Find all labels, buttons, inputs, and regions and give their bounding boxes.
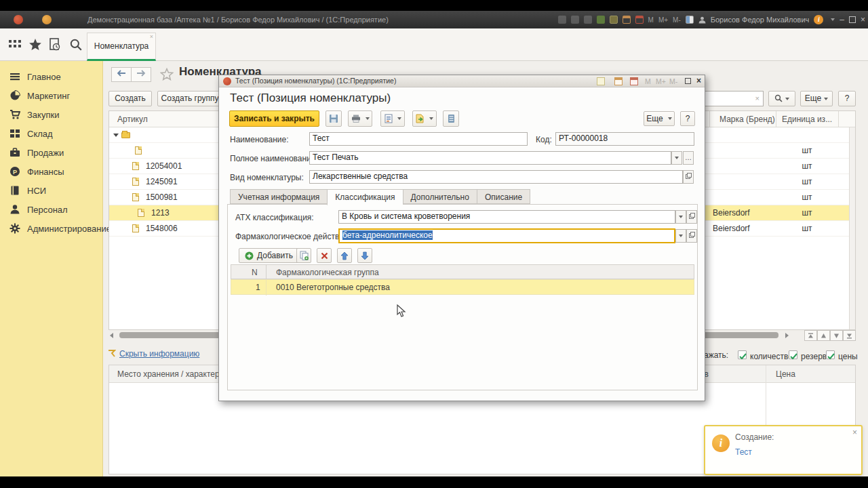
column-unit[interactable]: Единица из...: [782, 115, 832, 124]
save-icon[interactable]: [558, 16, 566, 24]
reports-button[interactable]: [380, 110, 405, 127]
registers-button[interactable]: [443, 110, 459, 127]
main-menu-circle-icon[interactable]: [42, 15, 52, 24]
pharm-table-row-selected[interactable]: 1 0010 Вегетотропные средства: [231, 279, 694, 295]
pin-icon[interactable]: [597, 77, 605, 85]
name-field[interactable]: Тест: [309, 132, 528, 146]
create-button[interactable]: Создать: [108, 91, 152, 106]
atx-open-button[interactable]: [686, 210, 697, 224]
dialog-help-button[interactable]: ?: [680, 111, 695, 126]
atx-field[interactable]: В Кровь и система кроветворения: [338, 210, 675, 224]
notification-close-icon[interactable]: ×: [852, 428, 857, 437]
tab-classification[interactable]: Классификация: [327, 189, 402, 205]
memory-m-button[interactable]: M: [645, 77, 651, 85]
column-brand[interactable]: Марка (Бренд): [719, 115, 775, 124]
sidebar-item-administration[interactable]: Администрирование: [9, 220, 111, 237]
atx-dropdown-button[interactable]: [675, 210, 686, 224]
checkbox-icon[interactable]: [738, 350, 747, 359]
add-button[interactable]: Добавить: [239, 248, 299, 263]
memory-m-button[interactable]: M: [648, 16, 654, 24]
tab-nomenclature[interactable]: Номенклатура ×: [87, 33, 156, 61]
create-group-button[interactable]: Создать группу: [157, 91, 222, 106]
sidebar-item-purchases[interactable]: Закупки: [9, 106, 59, 123]
move-down-button[interactable]: [357, 248, 372, 263]
memory-mplus-button[interactable]: M+: [656, 77, 666, 85]
pharm-open-button[interactable]: [686, 229, 697, 243]
back-button[interactable]: [111, 67, 132, 82]
apps-grid-menu-icon[interactable]: [8, 38, 22, 52]
full-name-dropdown-button[interactable]: [671, 151, 682, 165]
hide-info-link[interactable]: Скрыть информацию: [119, 349, 199, 359]
checkbox-quantity[interactable]: количество: [738, 350, 793, 362]
favorite-star-icon[interactable]: [160, 68, 174, 81]
sidebar-item-nsi[interactable]: НСИ: [9, 182, 46, 199]
dialog-more-button[interactable]: Еще: [644, 111, 675, 126]
pharm-action-field[interactable]: бета-адренолитическое: [338, 228, 675, 243]
calculator-icon[interactable]: [635, 16, 644, 24]
sidebar-item-marketing[interactable]: Маркетинг: [9, 87, 70, 104]
favorites-star-icon[interactable]: [28, 38, 42, 52]
calculator-icon[interactable]: [630, 77, 638, 85]
expander-icon[interactable]: [113, 134, 119, 137]
list-help-button[interactable]: ?: [838, 91, 856, 106]
full-name-ellipsis-button[interactable]: …: [683, 151, 694, 165]
calendar-icon[interactable]: [614, 77, 623, 85]
info-icon[interactable]: i: [814, 15, 823, 24]
search-icon[interactable]: [69, 38, 83, 52]
kind-field[interactable]: Лекарственные средства: [309, 170, 683, 184]
scroll-right-icon[interactable]: [785, 333, 789, 338]
copy-row-button[interactable]: [296, 248, 311, 263]
vertical-scrollbar[interactable]: [849, 127, 855, 329]
notification-toast[interactable]: i Создание: Тест ×: [704, 425, 863, 475]
dialog-titlebar[interactable]: Тест (Позиция номенклатуры) (1С:Предприя…: [219, 75, 705, 87]
go-down-button[interactable]: [830, 330, 843, 341]
list-more-button[interactable]: Еще: [800, 91, 833, 106]
sidebar-item-finance[interactable]: P Финансы: [9, 163, 64, 180]
checkbox-prices[interactable]: цены: [826, 350, 858, 362]
forward-button[interactable]: [131, 67, 151, 82]
sidebar-item-sales[interactable]: Продажи: [9, 144, 64, 161]
clear-search-icon[interactable]: ×: [755, 94, 760, 102]
move-up-button[interactable]: [337, 248, 352, 263]
sidebar-item-personnel[interactable]: Персонал: [9, 201, 68, 218]
titlebar-user-name[interactable]: Борисов Федор Михайлович: [711, 16, 810, 24]
add-favorite-icon[interactable]: [597, 16, 605, 24]
paste-icon[interactable]: [584, 16, 592, 24]
dialog-close-button[interactable]: ×: [696, 76, 701, 85]
search-options-button[interactable]: [768, 91, 795, 106]
memory-mplus-button[interactable]: M+: [658, 16, 668, 24]
go-last-button[interactable]: [843, 330, 856, 341]
code-field[interactable]: РТ-00000018: [555, 132, 694, 146]
save-and-close-button[interactable]: Записать и закрыть: [229, 110, 319, 127]
close-button[interactable]: ×: [861, 16, 865, 24]
memory-mminus-button[interactable]: M-: [673, 16, 681, 24]
checkbox-icon[interactable]: [789, 350, 797, 359]
pharm-dropdown-button[interactable]: [675, 229, 686, 243]
column-price[interactable]: Цена: [776, 369, 795, 379]
tab-close-icon[interactable]: ×: [150, 33, 153, 40]
save-button[interactable]: [326, 110, 342, 127]
pharm-table-header[interactable]: N Фармакологическая группа: [231, 264, 694, 279]
sidebar-item-warehouse[interactable]: Склад: [9, 125, 53, 142]
go-first-button[interactable]: [804, 330, 817, 341]
calendar-icon[interactable]: [623, 16, 631, 24]
print-button[interactable]: [348, 110, 372, 127]
scroll-left-icon[interactable]: [110, 333, 113, 338]
tab-accounting-info[interactable]: Учетная информация: [230, 189, 327, 204]
maximize-button[interactable]: [685, 78, 691, 84]
checkbox-icon[interactable]: [826, 350, 835, 359]
minimize-button[interactable]: –: [840, 16, 844, 24]
tab-additional[interactable]: Дополнительно: [403, 189, 477, 204]
delete-row-button[interactable]: [317, 248, 332, 263]
history-icon[interactable]: [48, 38, 62, 52]
checkbox-reserve[interactable]: резерв: [789, 350, 827, 362]
kind-open-button[interactable]: [683, 170, 694, 184]
go-up-button[interactable]: [817, 330, 830, 341]
full-name-field[interactable]: Тест Печать: [309, 151, 671, 165]
create-based-on-button[interactable]: [412, 110, 437, 127]
column-articul[interactable]: Артикул: [117, 115, 148, 124]
tab-description[interactable]: Описание: [477, 189, 530, 204]
sidebar-item-main[interactable]: Главное: [9, 68, 61, 85]
notification-link[interactable]: Тест: [735, 447, 752, 457]
memory-mminus-button[interactable]: M-: [669, 77, 677, 85]
